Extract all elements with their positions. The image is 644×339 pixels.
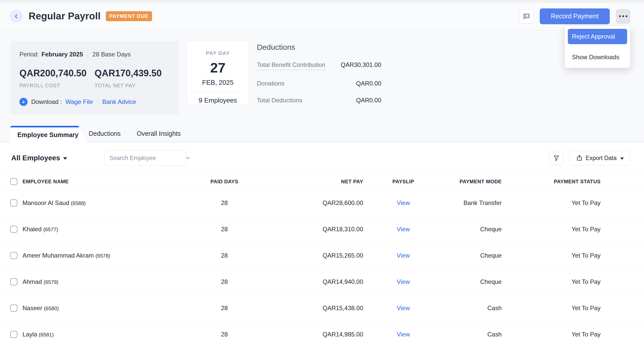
deduction-value-benefit-contribution: QAR30,301.00 xyxy=(341,61,381,68)
payment-mode: Cheque xyxy=(443,252,502,259)
period-label: Period: xyxy=(19,51,39,58)
column-header-payment-status: PAYMENT STATUS xyxy=(502,179,601,185)
row-checkbox[interactable] xyxy=(10,278,17,285)
export-data-label: Export Data xyxy=(586,155,617,162)
employee-id: (6580) xyxy=(44,306,59,311)
back-button[interactable] xyxy=(10,10,23,23)
summary-section: Period: February 2025 28 Base Days QAR20… xyxy=(0,30,644,142)
total-net-pay-value: QAR170,439.50 xyxy=(95,68,170,79)
payslip-view-link[interactable]: View xyxy=(397,331,410,338)
payday-label: PAY DAY xyxy=(192,50,244,56)
paid-days: 28 xyxy=(166,331,283,338)
tab-deductions[interactable]: Deductions xyxy=(89,130,121,137)
ellipsis-icon xyxy=(619,15,627,17)
employee-name: Khaled xyxy=(22,226,42,233)
export-data-button[interactable]: Export Data xyxy=(570,151,630,165)
payment-mode: Cash xyxy=(443,331,502,338)
deductions-summary: Deductions Total Benefit Contribution QA… xyxy=(257,41,381,115)
tab-bar: Employee Summary Deductions Overall Insi… xyxy=(0,126,644,142)
window-top-strip xyxy=(0,0,644,3)
arrow-down-circle-icon xyxy=(19,98,28,106)
payment-status: Yet To Pay xyxy=(502,199,601,207)
tab-overall-insights[interactable]: Overall Insights xyxy=(137,130,181,137)
table-header-row: EMPLOYEE NAME PAID DAYS NET PAY PAYSLIP … xyxy=(0,173,644,190)
employee-name: Ameer Muhammad Akram xyxy=(22,252,94,259)
payday-card: PAY DAY 27 FEB, 2025 9 Employees xyxy=(187,41,249,105)
speech-bubble-icon xyxy=(523,13,530,20)
row-checkbox[interactable] xyxy=(10,305,17,312)
table-row[interactable]: Ahmad (6579) 28 QAR14,940.00 View Cheque… xyxy=(0,269,644,295)
payment-status: Yet To Pay xyxy=(502,305,601,312)
employee-id: (6578) xyxy=(95,253,110,259)
employee-name: Naseer xyxy=(22,305,42,311)
base-days: 28 Base Days xyxy=(93,51,131,58)
menu-item-reject-approval[interactable]: Reject Approval xyxy=(568,29,627,44)
employee-name: Mansoor Al Saud xyxy=(22,199,69,206)
payslip-view-link[interactable]: View xyxy=(397,226,410,233)
payment-mode: Cheque xyxy=(443,226,502,233)
payment-mode: Cheque xyxy=(443,278,502,285)
search-input[interactable] xyxy=(109,155,185,162)
paid-days: 28 xyxy=(166,278,283,285)
comments-button[interactable] xyxy=(519,9,534,23)
triangle-down-icon xyxy=(63,157,67,160)
payday-employee-count: 9 Employees xyxy=(192,96,244,104)
paid-days: 28 xyxy=(166,199,283,207)
table-toolbar: All Employees Export Data xyxy=(0,142,644,173)
filter-button[interactable] xyxy=(549,151,564,165)
total-net-pay-label: TOTAL NET PAY xyxy=(95,83,170,89)
more-actions-button[interactable] xyxy=(616,9,630,23)
payment-status: Yet To Pay xyxy=(502,226,601,233)
employee-table: EMPLOYEE NAME PAID DAYS NET PAY PAYSLIP … xyxy=(0,173,644,339)
wage-file-link[interactable]: Wage File xyxy=(65,98,93,105)
column-header-payment-mode: PAYMENT MODE xyxy=(443,179,502,185)
table-row[interactable]: Naseer (6580) 28 QAR15,438.00 View Cash … xyxy=(0,295,644,321)
column-header-paid-days: PAID DAYS xyxy=(166,179,283,185)
column-header-net-pay: NET PAY xyxy=(283,179,363,185)
chevron-left-icon xyxy=(14,14,19,19)
net-pay: QAR14,940.00 xyxy=(283,278,363,285)
tab-content: All Employees Export Data EMPLOYEE N xyxy=(0,142,644,339)
row-checkbox[interactable] xyxy=(10,226,17,233)
table-row[interactable]: Ameer Muhammad Akram (6578) 28 QAR15,265… xyxy=(0,243,644,269)
row-checkbox[interactable] xyxy=(10,252,17,259)
divider xyxy=(193,92,242,92)
payroll-cost-value: QAR200,740.50 xyxy=(19,68,95,79)
deduction-value-total-deductions: QAR0.00 xyxy=(356,97,381,104)
table-row[interactable]: Layla (6581) 28 QAR14,985.00 View Cash Y… xyxy=(0,321,644,339)
deduction-label-benefit-contribution[interactable]: Total Benefit Contribution xyxy=(257,61,325,70)
status-badge: PAYMENT DUE xyxy=(106,11,152,21)
bank-advice-link[interactable]: Bank Advice xyxy=(102,98,136,105)
menu-item-show-downloads[interactable]: Show Downloads xyxy=(568,50,627,65)
table-row[interactable]: Mansoor Al Saud (6588) 28 QAR28,600.00 V… xyxy=(0,190,644,216)
period-value: February 2025 xyxy=(41,51,83,58)
employee-id: (6579) xyxy=(44,279,59,285)
payment-mode: Cash xyxy=(443,305,502,312)
record-payment-button[interactable]: Record Payment xyxy=(540,8,610,24)
payslip-view-link[interactable]: View xyxy=(397,199,410,206)
net-pay: QAR28,600.00 xyxy=(283,199,363,207)
more-actions-menu: Reject Approval Show Downloads xyxy=(565,26,630,68)
payslip-view-link[interactable]: View xyxy=(397,305,410,311)
row-checkbox[interactable] xyxy=(10,331,17,338)
employee-filter-dropdown[interactable]: All Employees xyxy=(11,154,67,162)
deduction-label-donations: Donations xyxy=(257,80,284,87)
deductions-title: Deductions xyxy=(257,43,381,52)
deduction-value-donations: QAR0.00 xyxy=(356,80,381,87)
select-all-checkbox[interactable] xyxy=(10,178,17,185)
tab-employee-summary[interactable]: Employee Summary xyxy=(10,126,87,142)
payslip-view-link[interactable]: View xyxy=(397,252,410,259)
chevron-down-icon xyxy=(185,155,191,161)
column-header-payslip: PAYSLIP xyxy=(363,179,443,185)
triangle-down-icon xyxy=(620,158,624,160)
payment-mode: Bank Transfer xyxy=(443,199,502,207)
paid-days: 28 xyxy=(166,226,283,233)
share-up-icon xyxy=(576,155,583,161)
row-checkbox[interactable] xyxy=(10,199,17,207)
divider xyxy=(88,51,88,58)
payslip-view-link[interactable]: View xyxy=(397,278,410,285)
payroll-cost-label: PAYROLL COST xyxy=(19,83,95,89)
employee-name: Ahmad xyxy=(22,278,42,285)
table-row[interactable]: Khaled (6577) 28 QAR18,310.00 View Chequ… xyxy=(0,216,644,243)
employee-search-combobox[interactable] xyxy=(105,150,186,166)
